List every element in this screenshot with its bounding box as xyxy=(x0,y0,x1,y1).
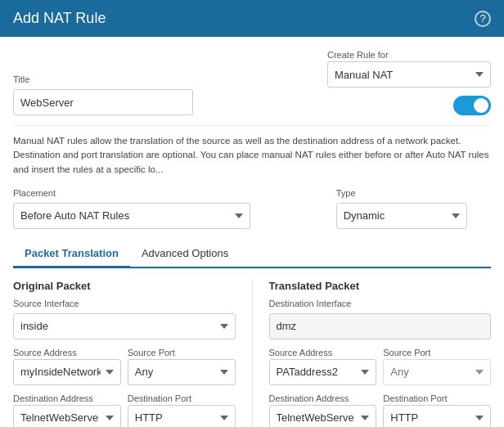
description-text: Manual NAT rules allow the translation o… xyxy=(13,125,491,177)
original-packet-section: Original Packet Source Interface inside … xyxy=(13,280,236,427)
trans-dest-port-label: Destination Port xyxy=(383,393,491,403)
orig-source-port-select[interactable]: Any xyxy=(128,359,236,385)
trans-source-port-label: Source Port xyxy=(383,348,491,357)
type-select[interactable]: Dynamic Static xyxy=(336,203,467,229)
original-packet-title: Original Packet xyxy=(13,280,236,292)
orig-dest-address-label: Destination Address xyxy=(13,393,121,403)
enable-toggle[interactable] xyxy=(453,96,491,115)
create-rule-label: Create Rule for xyxy=(327,50,491,60)
trans-source-address-select[interactable]: PATaddress2 xyxy=(269,359,377,385)
dialog-header: Add NAT Rule ? xyxy=(0,0,504,37)
tab-advanced-options[interactable]: Advanced Options xyxy=(130,240,240,268)
orig-source-interface-label: Source Interface xyxy=(13,299,236,308)
trans-dest-address-select[interactable]: TelnetWebServe xyxy=(269,405,377,427)
translated-packet-section: Translated Packet Destination Interface … xyxy=(269,280,492,427)
trans-dest-port-select[interactable]: HTTP xyxy=(383,405,491,427)
create-rule-select[interactable]: Manual NAT Auto NAT xyxy=(327,61,491,88)
dialog-title: Add NAT Rule xyxy=(13,10,106,27)
trans-source-address-label: Source Address xyxy=(269,348,377,357)
type-label: Type xyxy=(336,188,491,198)
title-input[interactable] xyxy=(13,89,193,115)
orig-source-address-select[interactable]: myInsideNetwork xyxy=(13,359,121,385)
orig-dest-port-label: Destination Port xyxy=(128,393,236,403)
placement-label: Placement xyxy=(13,188,323,198)
orig-source-port-label: Source Port xyxy=(128,348,236,357)
trans-dest-address-label: Destination Address xyxy=(269,393,377,403)
placement-select[interactable]: Before Auto NAT Rules After Auto NAT Rul… xyxy=(13,203,250,229)
column-divider xyxy=(252,280,253,427)
orig-dest-address-select[interactable]: TelnetWebServe xyxy=(13,405,121,427)
trans-dest-interface-input[interactable] xyxy=(269,313,492,339)
trans-dest-interface-label: Destination Interface xyxy=(269,299,492,308)
tab-bar: Packet Translation Advanced Options xyxy=(13,240,491,268)
orig-source-interface-select[interactable]: inside xyxy=(13,313,236,339)
translated-packet-title: Translated Packet xyxy=(269,280,492,292)
help-icon[interactable]: ? xyxy=(475,11,491,27)
title-label: Title xyxy=(13,74,245,84)
tab-packet-translation[interactable]: Packet Translation xyxy=(13,240,130,268)
orig-source-address-label: Source Address xyxy=(13,348,121,357)
trans-source-port-select[interactable]: Any xyxy=(383,359,491,385)
orig-dest-port-select[interactable]: HTTP xyxy=(128,405,236,427)
